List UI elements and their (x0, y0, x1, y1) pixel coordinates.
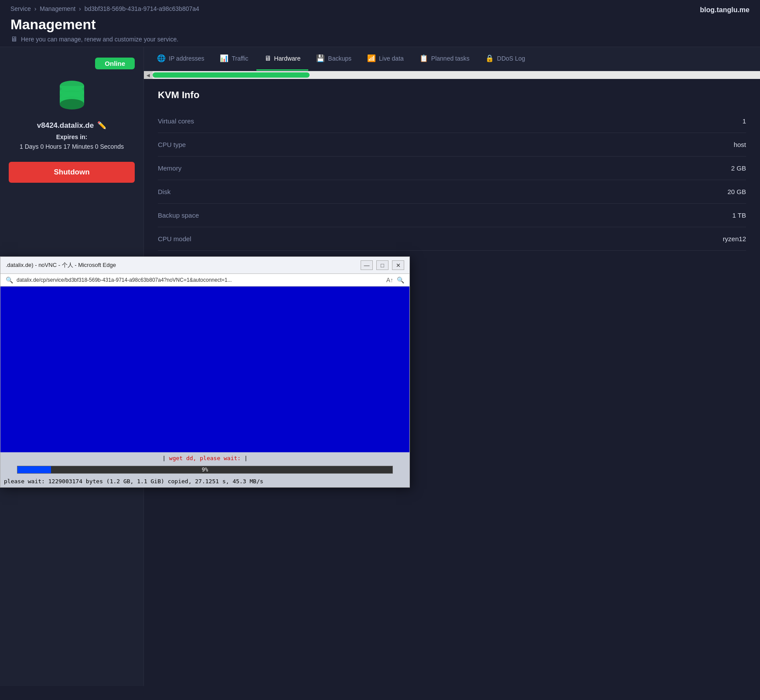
close-button[interactable]: ✕ (392, 260, 404, 270)
expires-label: Expires in: (56, 133, 88, 140)
edit-icon[interactable]: ✏️ (97, 121, 106, 130)
url-zoom-icon: 🔍 (397, 277, 404, 283)
progress-bar-container: 9% (0, 464, 409, 475)
window-controls: — □ ✕ (361, 260, 404, 270)
breadcrumb-service[interactable]: Service (10, 5, 31, 12)
terminal-status-line: please wait: 1229003174 bytes (1.2 GB, 1… (0, 475, 409, 487)
kvm-title: KVM Info (158, 89, 746, 101)
url-input[interactable]: datalix.de/cp/service/bd3bf318-569b-431a… (17, 277, 383, 283)
row-value: 20 GB (533, 180, 746, 204)
ddos-icon: 🔒 (485, 54, 494, 62)
expires-value: 1 Days 0 Hours 17 Minutes 0 Seconds (20, 142, 124, 151)
overlay-window: .datalix.de) - noVNC - 个人 - Microsoft Ed… (0, 256, 410, 488)
table-row: CPU typehost (158, 133, 746, 157)
terminal-cmd-text: wget dd, please wait: (169, 455, 241, 461)
tab-ddos[interactable]: 🔒 DDoS Log (477, 47, 533, 71)
table-row: Backup space1 TB (158, 204, 746, 227)
tab-planned[interactable]: 📋 Planned tasks (412, 47, 477, 71)
window-titlebar: .datalix.de) - noVNC - 个人 - Microsoft Ed… (0, 257, 409, 274)
server-icon (55, 77, 89, 114)
row-value: 2 GB (533, 157, 746, 180)
row-label: Virtual cores (158, 109, 533, 133)
tabs: 🌐 IP addresses 📊 Traffic 🖥 Hardware 💾 Ba… (144, 47, 760, 71)
shutdown-button[interactable]: Shutdown (9, 162, 135, 183)
row-value: 1 (533, 109, 746, 133)
site-url: blog.tanglu.me (700, 6, 750, 14)
ip-icon: 🌐 (157, 54, 166, 62)
progress-bar: 9% (17, 466, 393, 474)
subtitle-icon: 🖥 (10, 35, 17, 43)
row-label: CPU type (158, 133, 533, 157)
scroll-thumb[interactable] (153, 72, 310, 78)
breadcrumb-management[interactable]: Management (40, 5, 75, 12)
url-read-icon: A↑ (386, 277, 393, 283)
table-row: CPU modelryzen12 (158, 227, 746, 251)
table-row: Disk20 GB (158, 180, 746, 204)
breadcrumb: Service › Management › bd3bf318-569b-431… (10, 5, 750, 12)
page-title: Management (10, 17, 750, 33)
scroll-area[interactable]: ◀ (144, 71, 760, 79)
row-value: 1 TB (533, 204, 746, 227)
hardware-icon: 🖥 (264, 55, 271, 62)
livedata-icon: 📶 (367, 54, 376, 62)
url-search-icon: 🔍 (6, 277, 13, 283)
breadcrumb-id: bd3bf318-569b-431a-9714-a98c63b807a4 (85, 5, 199, 12)
server-name: v8424.datalix.de ✏️ (37, 121, 106, 130)
minimize-button[interactable]: — (361, 260, 373, 270)
row-label: Disk (158, 180, 533, 204)
backups-icon: 💾 (316, 54, 325, 62)
row-label: CPU model (158, 227, 533, 251)
planned-icon: 📋 (419, 54, 428, 62)
kvm-table: Virtual cores1CPU typehostMemory2 GBDisk… (158, 109, 746, 251)
window-title: .datalix.de) - noVNC - 个人 - Microsoft Ed… (6, 261, 116, 269)
terminal-footer: | wget dd, please wait: | 9% please wait… (0, 452, 409, 487)
tab-hardware[interactable]: 🖥 Hardware (256, 48, 309, 71)
row-label: Backup space (158, 204, 533, 227)
tab-backups[interactable]: 💾 Backups (308, 47, 359, 71)
tab-ip[interactable]: 🌐 IP addresses (149, 47, 212, 71)
status-badge: Online (95, 58, 135, 69)
progress-bar-text: 9% (17, 466, 393, 473)
svg-point-8 (60, 99, 84, 109)
traffic-icon: 📊 (220, 54, 228, 62)
tab-livedata[interactable]: 📶 Live data (359, 47, 412, 71)
maximize-button[interactable]: □ (376, 260, 389, 270)
table-row: Memory2 GB (158, 157, 746, 180)
row-value: ryzen12 (533, 227, 746, 251)
terminal-content[interactable] (0, 287, 409, 452)
table-row: Virtual cores1 (158, 109, 746, 133)
scroll-left-btn[interactable]: ◀ (144, 71, 153, 79)
page-subtitle: 🖥 Here you can manage, renew and customi… (10, 35, 750, 43)
row-label: Memory (158, 157, 533, 180)
terminal-cmd: | wget dd, please wait: | (0, 452, 409, 464)
row-value: host (533, 133, 746, 157)
url-bar: 🔍 datalix.de/cp/service/bd3bf318-569b-43… (0, 274, 409, 287)
tab-traffic[interactable]: 📊 Traffic (212, 47, 256, 71)
